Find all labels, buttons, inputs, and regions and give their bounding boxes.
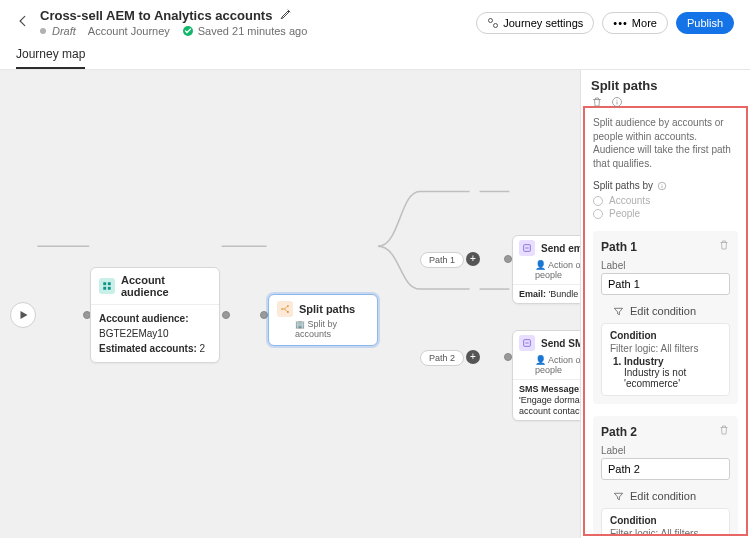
delete-path-1-icon[interactable] xyxy=(718,239,730,254)
svg-rect-6 xyxy=(108,287,111,290)
connector-dot[interactable] xyxy=(504,255,512,263)
path-pill-1[interactable]: Path 1 xyxy=(420,252,464,268)
node-account-audience[interactable]: Account audience Account audience: BGTE2… xyxy=(90,267,220,363)
more-button[interactable]: ••• More xyxy=(602,12,668,34)
node-split-paths[interactable]: Split paths 🏢 Split by accounts xyxy=(268,294,378,346)
back-arrow[interactable] xyxy=(16,14,30,31)
path-1-label-input[interactable] xyxy=(601,273,730,295)
path-2-title: Path 2 xyxy=(601,425,637,439)
info-icon[interactable] xyxy=(611,96,623,110)
ellipsis-icon: ••• xyxy=(613,17,628,29)
filter-icon xyxy=(613,491,624,502)
action-icon xyxy=(519,335,535,351)
svg-point-13 xyxy=(617,100,618,101)
journey-start-icon[interactable] xyxy=(10,302,36,328)
svg-point-9 xyxy=(287,311,289,313)
status-dot xyxy=(40,28,46,34)
delete-icon[interactable] xyxy=(591,96,603,110)
label-label: Label xyxy=(601,260,730,271)
side-panel: Split paths Split audience by accounts o… xyxy=(580,70,750,538)
journey-canvas[interactable]: Account audience Account audience: BGTE2… xyxy=(0,70,750,538)
path-block-1: Path 1 Label Edit condition Condition Fi… xyxy=(593,231,738,404)
filter-icon xyxy=(613,306,624,317)
svg-point-2 xyxy=(494,23,498,27)
delete-path-2-icon[interactable] xyxy=(718,424,730,439)
page-title: Cross-sell AEM to Analytics accounts xyxy=(40,8,272,23)
path-block-2: Path 2 Label Edit condition Condition Fi… xyxy=(593,416,738,536)
svg-rect-5 xyxy=(103,287,106,290)
condition-box-2: Condition Filter logic: All filters Indu… xyxy=(601,508,730,536)
status-text: Draft xyxy=(52,25,76,37)
title-block: Cross-sell AEM to Analytics accounts Dra… xyxy=(40,8,466,37)
svg-point-1 xyxy=(489,18,493,22)
audience-icon xyxy=(99,278,115,294)
gear-icon xyxy=(487,17,499,29)
node-body: Account audience: BGTE2EMay10 Estimated … xyxy=(91,304,219,362)
svg-rect-3 xyxy=(103,282,106,285)
connector-dot[interactable] xyxy=(260,311,268,319)
connector-dot[interactable] xyxy=(504,353,512,361)
action-icon xyxy=(519,240,535,256)
info-icon[interactable] xyxy=(657,181,667,191)
edit-title-icon[interactable] xyxy=(280,8,292,23)
radio-people: People xyxy=(593,208,738,219)
publish-button[interactable]: Publish xyxy=(676,12,734,34)
split-icon xyxy=(277,301,293,317)
edit-condition-2[interactable]: Edit condition xyxy=(601,486,730,508)
svg-point-15 xyxy=(662,183,663,184)
path-2-label-input[interactable] xyxy=(601,458,730,480)
label-label: Label xyxy=(601,445,730,456)
radio-accounts: Accounts xyxy=(593,195,738,206)
connector-dot[interactable] xyxy=(222,311,230,319)
condition-box-1: Condition Filter logic: All filters Indu… xyxy=(601,323,730,396)
split-by-label: Split paths by xyxy=(593,180,738,191)
path-pill-2[interactable]: Path 2 xyxy=(420,350,464,366)
svg-point-8 xyxy=(287,305,289,307)
path-1-title: Path 1 xyxy=(601,240,637,254)
journey-settings-button[interactable]: Journey settings xyxy=(476,12,594,34)
tab-journey-map[interactable]: Journey map xyxy=(16,41,85,69)
add-on-path-1[interactable]: + xyxy=(466,252,480,266)
add-on-path-2[interactable]: + xyxy=(466,350,480,364)
panel-title: Split paths xyxy=(591,78,657,93)
category-text: Account Journey xyxy=(88,25,170,37)
edit-condition-1[interactable]: Edit condition xyxy=(601,301,730,323)
svg-rect-4 xyxy=(108,282,111,285)
saved-status: Saved 21 minutes ago xyxy=(182,25,307,37)
svg-point-7 xyxy=(281,308,283,310)
panel-description: Split audience by accounts or people wit… xyxy=(593,116,738,170)
